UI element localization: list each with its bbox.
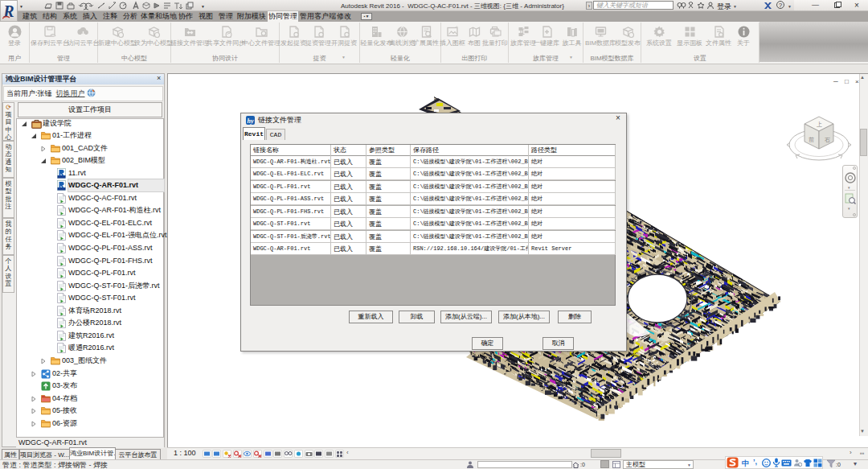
svg-text:hy: hy (248, 117, 254, 125)
